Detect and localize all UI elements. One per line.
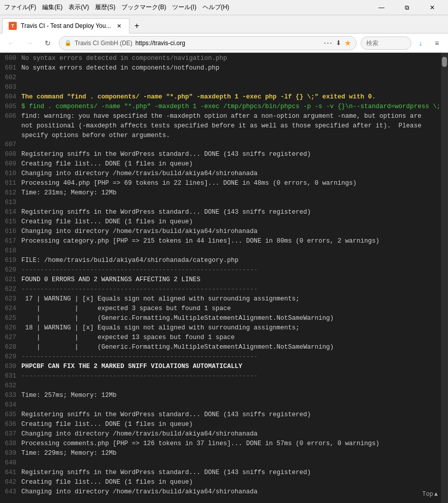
menu-tools[interactable]: ツール(I)	[172, 3, 196, 12]
line-content: 17 | WARNING | [x] Equals sign not align…	[21, 294, 439, 304]
line-number: 630	[0, 362, 21, 372]
line-number: 613	[0, 198, 21, 208]
terminal-line: 631-------------------------------------…	[0, 372, 441, 381]
line-content: FOUND 0 ERRORS AND 2 WARNINGS AFFECTING …	[21, 275, 439, 285]
line-content: Changing into directory /home/travis/bui…	[21, 487, 439, 497]
line-content: Creating file list... DONE (1 files in q…	[21, 478, 439, 487]
terminal-line: 624 | | expected 3 spaces but found 1 sp…	[0, 304, 441, 314]
line-number: 620	[0, 265, 21, 275]
menu-button[interactable]: ≡	[430, 36, 444, 50]
terminal-line: 632	[0, 381, 441, 391]
line-number: 636	[0, 420, 21, 429]
menu-bookmarks[interactable]: ブックマーク(B)	[121, 3, 166, 12]
line-number: 603	[0, 83, 21, 92]
line-content	[21, 246, 439, 256]
tab-close-button[interactable]: ✕	[115, 22, 123, 30]
menu-view[interactable]: 表示(V)	[69, 3, 89, 12]
line-content: Processing 404.php [PHP => 69 tokens in …	[21, 179, 439, 188]
terminal-line: 607	[0, 140, 441, 150]
download-button[interactable]: ↓	[413, 36, 428, 50]
line-number: 617	[0, 237, 21, 246]
terminal-line: 612Time: 231ms; Memory: 12Mb	[0, 188, 441, 198]
line-content: Changing into directory /home/travis/bui…	[21, 169, 439, 179]
terminal-line: 640	[0, 458, 441, 468]
line-number: 635	[0, 410, 21, 420]
terminal-line: 621FOUND 0 ERRORS AND 2 WARNINGS AFFECTI…	[0, 275, 441, 285]
line-number: 637	[0, 429, 21, 439]
terminal-line: 623 17 | WARNING | [x] Equals sign not a…	[0, 294, 441, 304]
line-content: | | (Generic.Formatting.MultipleStatemen…	[21, 314, 439, 323]
active-tab[interactable]: T Travis CI - Test and Deploy You... ✕	[2, 18, 130, 33]
line-content: ----------------------------------------…	[21, 265, 439, 275]
line-number: 610	[0, 169, 21, 179]
terminal-line: 622-------------------------------------…	[0, 285, 441, 294]
pocket-icon[interactable]: ⬇	[336, 39, 341, 47]
line-content: PHPCBF CAN FIX THE 2 MARKED SNIFF VIOLAT…	[21, 362, 439, 372]
close-button[interactable]: ✕	[421, 0, 444, 15]
menu-edit[interactable]: 編集(E)	[42, 3, 62, 12]
tab-favicon: T	[9, 22, 17, 30]
line-number: 601	[0, 63, 21, 73]
line-content: Time: 231ms; Memory: 12Mb	[21, 188, 439, 198]
tabbar: T Travis CI - Test and Deploy You... ✕ +	[0, 15, 448, 33]
terminal-line: 641Registering sniffs in the WordPress s…	[0, 468, 441, 478]
forward-button[interactable]: →	[22, 36, 37, 50]
line-content: 18 | WARNING | [x] Equals sign not align…	[21, 323, 439, 333]
line-content	[21, 381, 439, 391]
scrollbar[interactable]	[441, 53, 448, 503]
line-content: Changing into directory /home/travis/bui…	[21, 429, 439, 439]
restore-button[interactable]: ⧉	[395, 0, 419, 15]
search-input[interactable]	[361, 37, 411, 50]
line-number: 643	[0, 487, 21, 497]
terminal-line: 639Time: 229ms; Memory: 12Mb	[0, 449, 441, 458]
line-content: Creating file list... DONE (1 files in q…	[21, 217, 439, 227]
line-number: 604	[0, 92, 21, 102]
line-number: 634	[0, 400, 21, 410]
line-content	[21, 400, 439, 410]
terminal-line: 634	[0, 400, 441, 410]
line-number: 606	[0, 112, 21, 140]
line-number: 611	[0, 179, 21, 188]
terminal-line: 610Changing into directory /home/travis/…	[0, 169, 441, 179]
line-number: 627	[0, 333, 21, 343]
back-button[interactable]: ←	[4, 36, 18, 50]
line-number: 612	[0, 188, 21, 198]
top-button[interactable]: Top ▲	[422, 490, 438, 499]
terminal: 600No syntax errors detected in componen…	[0, 53, 448, 503]
line-number: 623	[0, 294, 21, 304]
terminal-line: 611Processing 404.php [PHP => 69 tokens …	[0, 179, 441, 188]
line-content: No syntax errors detected in components/…	[21, 63, 439, 73]
menu-file[interactable]: ファイル(F)	[4, 3, 36, 12]
menu-history[interactable]: 履歴(S)	[95, 3, 115, 12]
minimize-button[interactable]: —	[370, 0, 393, 15]
menu-help[interactable]: ヘルプ(H)	[203, 3, 230, 12]
terminal-line: 603	[0, 83, 441, 92]
line-content: Registering sniffs in the WordPress stan…	[21, 410, 439, 420]
line-content: Time: 229ms; Memory: 12Mb	[21, 449, 439, 458]
line-number: 639	[0, 449, 21, 458]
terminal-content: 600No syntax errors detected in componen…	[0, 53, 441, 503]
line-number: 629	[0, 352, 21, 362]
url-bar[interactable]: 🔒 Travis CI GmbH (DE) https://travis-ci.…	[59, 36, 357, 50]
line-number: 626	[0, 323, 21, 333]
terminal-line: 619FILE: /home/travis/build/akiya64/shir…	[0, 256, 441, 265]
url-dots[interactable]: ···	[324, 38, 333, 48]
scrollbar-thumb[interactable]	[442, 57, 447, 67]
terminal-line: 642Creating file list... DONE (1 files i…	[0, 478, 441, 487]
refresh-button[interactable]: ↻	[41, 36, 55, 50]
line-number: 608	[0, 150, 21, 159]
terminal-line: 606find: warning: you have specified the…	[0, 112, 441, 140]
lock-icon: 🔒	[65, 40, 72, 46]
line-content	[21, 73, 439, 83]
line-number: 616	[0, 227, 21, 237]
top-label: Top	[422, 490, 433, 499]
line-content: | | expected 3 spaces but found 1 space	[21, 304, 439, 314]
line-content: Time: 257ms; Memory: 12Mb	[21, 391, 439, 400]
star-icon[interactable]: ★	[344, 39, 351, 48]
tab-label: Travis CI - Test and Deploy You...	[21, 22, 111, 29]
terminal-line: 628 | | (Generic.Formatting.MultipleStat…	[0, 343, 441, 352]
line-content: No syntax errors detected in components/…	[21, 54, 439, 63]
line-number: 615	[0, 217, 21, 227]
line-number: 619	[0, 256, 21, 265]
new-tab-button[interactable]: +	[130, 19, 144, 33]
